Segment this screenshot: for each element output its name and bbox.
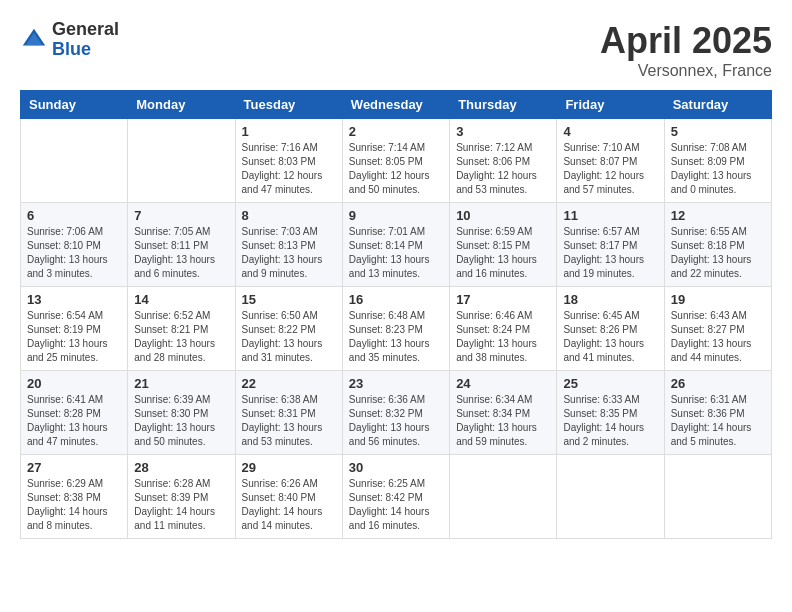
day-info: Sunrise: 6:29 AM Sunset: 8:38 PM Dayligh… <box>27 477 121 533</box>
title-block: April 2025 Versonnex, France <box>600 20 772 80</box>
day-info: Sunrise: 7:16 AM Sunset: 8:03 PM Dayligh… <box>242 141 336 197</box>
day-info: Sunrise: 6:39 AM Sunset: 8:30 PM Dayligh… <box>134 393 228 449</box>
calendar-day-cell: 6Sunrise: 7:06 AM Sunset: 8:10 PM Daylig… <box>21 203 128 287</box>
day-info: Sunrise: 6:38 AM Sunset: 8:31 PM Dayligh… <box>242 393 336 449</box>
calendar-day-cell: 18Sunrise: 6:45 AM Sunset: 8:26 PM Dayli… <box>557 287 664 371</box>
calendar-day-cell: 19Sunrise: 6:43 AM Sunset: 8:27 PM Dayli… <box>664 287 771 371</box>
calendar-week-row: 6Sunrise: 7:06 AM Sunset: 8:10 PM Daylig… <box>21 203 772 287</box>
weekday-header: Tuesday <box>235 91 342 119</box>
day-number: 5 <box>671 124 765 139</box>
calendar-day-cell <box>450 455 557 539</box>
day-info: Sunrise: 6:59 AM Sunset: 8:15 PM Dayligh… <box>456 225 550 281</box>
weekday-header: Thursday <box>450 91 557 119</box>
calendar-table: SundayMondayTuesdayWednesdayThursdayFrid… <box>20 90 772 539</box>
calendar-week-row: 27Sunrise: 6:29 AM Sunset: 8:38 PM Dayli… <box>21 455 772 539</box>
day-number: 16 <box>349 292 443 307</box>
day-info: Sunrise: 6:36 AM Sunset: 8:32 PM Dayligh… <box>349 393 443 449</box>
day-number: 19 <box>671 292 765 307</box>
day-number: 18 <box>563 292 657 307</box>
day-number: 4 <box>563 124 657 139</box>
calendar-day-cell: 1Sunrise: 7:16 AM Sunset: 8:03 PM Daylig… <box>235 119 342 203</box>
calendar-day-cell: 13Sunrise: 6:54 AM Sunset: 8:19 PM Dayli… <box>21 287 128 371</box>
day-number: 8 <box>242 208 336 223</box>
weekday-header: Friday <box>557 91 664 119</box>
day-number: 26 <box>671 376 765 391</box>
calendar-day-cell <box>557 455 664 539</box>
day-number: 21 <box>134 376 228 391</box>
calendar-day-cell: 11Sunrise: 6:57 AM Sunset: 8:17 PM Dayli… <box>557 203 664 287</box>
calendar-day-cell: 7Sunrise: 7:05 AM Sunset: 8:11 PM Daylig… <box>128 203 235 287</box>
day-number: 6 <box>27 208 121 223</box>
calendar-day-cell: 15Sunrise: 6:50 AM Sunset: 8:22 PM Dayli… <box>235 287 342 371</box>
day-number: 28 <box>134 460 228 475</box>
calendar-day-cell: 29Sunrise: 6:26 AM Sunset: 8:40 PM Dayli… <box>235 455 342 539</box>
calendar-day-cell: 2Sunrise: 7:14 AM Sunset: 8:05 PM Daylig… <box>342 119 449 203</box>
logo-text: General Blue <box>52 20 119 60</box>
day-info: Sunrise: 6:55 AM Sunset: 8:18 PM Dayligh… <box>671 225 765 281</box>
day-number: 23 <box>349 376 443 391</box>
day-number: 30 <box>349 460 443 475</box>
day-number: 17 <box>456 292 550 307</box>
calendar-day-cell: 27Sunrise: 6:29 AM Sunset: 8:38 PM Dayli… <box>21 455 128 539</box>
day-info: Sunrise: 6:57 AM Sunset: 8:17 PM Dayligh… <box>563 225 657 281</box>
calendar-day-cell: 26Sunrise: 6:31 AM Sunset: 8:36 PM Dayli… <box>664 371 771 455</box>
logo-icon <box>20 26 48 54</box>
weekday-header: Saturday <box>664 91 771 119</box>
day-info: Sunrise: 6:26 AM Sunset: 8:40 PM Dayligh… <box>242 477 336 533</box>
weekday-header: Monday <box>128 91 235 119</box>
calendar-day-cell: 17Sunrise: 6:46 AM Sunset: 8:24 PM Dayli… <box>450 287 557 371</box>
day-number: 3 <box>456 124 550 139</box>
day-number: 2 <box>349 124 443 139</box>
day-number: 25 <box>563 376 657 391</box>
day-info: Sunrise: 7:10 AM Sunset: 8:07 PM Dayligh… <box>563 141 657 197</box>
day-info: Sunrise: 7:01 AM Sunset: 8:14 PM Dayligh… <box>349 225 443 281</box>
logo-blue: Blue <box>52 40 119 60</box>
location: Versonnex, France <box>600 62 772 80</box>
calendar-day-cell <box>128 119 235 203</box>
day-number: 22 <box>242 376 336 391</box>
day-info: Sunrise: 6:48 AM Sunset: 8:23 PM Dayligh… <box>349 309 443 365</box>
day-info: Sunrise: 6:50 AM Sunset: 8:22 PM Dayligh… <box>242 309 336 365</box>
page-header: General Blue April 2025 Versonnex, Franc… <box>20 20 772 80</box>
day-number: 13 <box>27 292 121 307</box>
month-title: April 2025 <box>600 20 772 62</box>
logo: General Blue <box>20 20 119 60</box>
logo-general: General <box>52 20 119 40</box>
calendar-day-cell: 20Sunrise: 6:41 AM Sunset: 8:28 PM Dayli… <box>21 371 128 455</box>
calendar-day-cell: 22Sunrise: 6:38 AM Sunset: 8:31 PM Dayli… <box>235 371 342 455</box>
day-info: Sunrise: 6:54 AM Sunset: 8:19 PM Dayligh… <box>27 309 121 365</box>
day-number: 12 <box>671 208 765 223</box>
calendar-week-row: 13Sunrise: 6:54 AM Sunset: 8:19 PM Dayli… <box>21 287 772 371</box>
day-info: Sunrise: 6:45 AM Sunset: 8:26 PM Dayligh… <box>563 309 657 365</box>
day-info: Sunrise: 6:46 AM Sunset: 8:24 PM Dayligh… <box>456 309 550 365</box>
calendar-week-row: 20Sunrise: 6:41 AM Sunset: 8:28 PM Dayli… <box>21 371 772 455</box>
day-number: 11 <box>563 208 657 223</box>
weekday-header: Wednesday <box>342 91 449 119</box>
calendar-day-cell: 8Sunrise: 7:03 AM Sunset: 8:13 PM Daylig… <box>235 203 342 287</box>
calendar-day-cell: 28Sunrise: 6:28 AM Sunset: 8:39 PM Dayli… <box>128 455 235 539</box>
calendar-day-cell: 10Sunrise: 6:59 AM Sunset: 8:15 PM Dayli… <box>450 203 557 287</box>
day-info: Sunrise: 6:52 AM Sunset: 8:21 PM Dayligh… <box>134 309 228 365</box>
day-number: 1 <box>242 124 336 139</box>
calendar-day-cell: 4Sunrise: 7:10 AM Sunset: 8:07 PM Daylig… <box>557 119 664 203</box>
day-number: 27 <box>27 460 121 475</box>
calendar-day-cell: 21Sunrise: 6:39 AM Sunset: 8:30 PM Dayli… <box>128 371 235 455</box>
day-info: Sunrise: 7:12 AM Sunset: 8:06 PM Dayligh… <box>456 141 550 197</box>
day-info: Sunrise: 6:28 AM Sunset: 8:39 PM Dayligh… <box>134 477 228 533</box>
calendar-week-row: 1Sunrise: 7:16 AM Sunset: 8:03 PM Daylig… <box>21 119 772 203</box>
calendar-day-cell <box>664 455 771 539</box>
day-info: Sunrise: 7:03 AM Sunset: 8:13 PM Dayligh… <box>242 225 336 281</box>
day-info: Sunrise: 6:31 AM Sunset: 8:36 PM Dayligh… <box>671 393 765 449</box>
day-number: 15 <box>242 292 336 307</box>
day-number: 7 <box>134 208 228 223</box>
day-info: Sunrise: 6:33 AM Sunset: 8:35 PM Dayligh… <box>563 393 657 449</box>
calendar-day-cell: 23Sunrise: 6:36 AM Sunset: 8:32 PM Dayli… <box>342 371 449 455</box>
day-info: Sunrise: 6:41 AM Sunset: 8:28 PM Dayligh… <box>27 393 121 449</box>
calendar-day-cell: 24Sunrise: 6:34 AM Sunset: 8:34 PM Dayli… <box>450 371 557 455</box>
day-number: 9 <box>349 208 443 223</box>
day-info: Sunrise: 6:34 AM Sunset: 8:34 PM Dayligh… <box>456 393 550 449</box>
calendar-day-cell <box>21 119 128 203</box>
weekday-header: Sunday <box>21 91 128 119</box>
calendar-day-cell: 25Sunrise: 6:33 AM Sunset: 8:35 PM Dayli… <box>557 371 664 455</box>
day-number: 29 <box>242 460 336 475</box>
